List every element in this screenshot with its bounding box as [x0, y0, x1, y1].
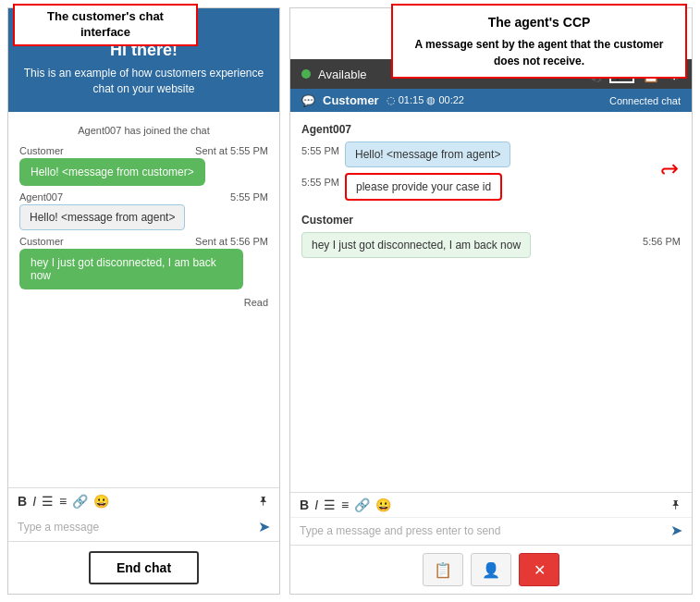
connected-label: Connected chat: [609, 95, 681, 106]
agent-message-bubble: Hello! <message from agent>: [345, 141, 510, 167]
customer-header-subtitle: This is an example of how customers expe…: [23, 66, 264, 97]
contact-name: Customer: [323, 93, 379, 107]
list-item: Customer Sent at 5:55 PM Hello! <message…: [19, 145, 268, 186]
agent-section-header: Agent007: [301, 123, 681, 136]
attachment-icon[interactable]: 🖈: [257, 494, 270, 509]
annotation-arrow: ↩: [660, 156, 679, 182]
send-button[interactable]: ➤: [258, 518, 270, 535]
contact-info-button[interactable]: 👤: [471, 553, 511, 586]
italic-icon[interactable]: I: [314, 498, 318, 512]
customer-panel-label: The customer's chat interface: [13, 4, 198, 46]
send-button[interactable]: ➤: [670, 522, 682, 539]
contact-icon: 💬: [301, 94, 315, 107]
agent-label-title: The agent's CCP: [406, 13, 672, 32]
list-item: Customer Sent at 5:56 PM hey I just got …: [19, 236, 268, 289]
link-icon[interactable]: 🔗: [354, 498, 370, 512]
end-chat-button[interactable]: End chat: [89, 551, 199, 584]
attachment-icon[interactable]: 🖈: [669, 498, 682, 512]
customer-message-bubble: hey I just got disconnected, I am back n…: [301, 232, 531, 258]
bold-icon[interactable]: B: [18, 494, 27, 509]
end-contact-button[interactable]: ✕: [519, 553, 559, 586]
list-item: Agent007 5:55 PM Hello! <message from ag…: [19, 191, 268, 230]
link-icon[interactable]: 🔗: [72, 494, 88, 509]
sender-name: Customer: [19, 145, 64, 156]
ordered-list-icon[interactable]: ☰: [324, 498, 336, 512]
read-label: Read: [19, 297, 268, 308]
sender-name: Agent007: [19, 191, 63, 203]
unordered-list-icon[interactable]: ≡: [341, 498, 349, 512]
customer-section-header: Customer: [301, 214, 681, 227]
contact-timer: ◌ 01:15 ◍ 00:22: [387, 94, 464, 106]
list-item: 5:55 PM please provide your case id ↩: [301, 173, 681, 201]
message-time: 5:56 PM: [643, 236, 681, 247]
agent-panel-label: The agent's CCP A message sent by the ag…: [391, 4, 687, 79]
sender-name: Customer: [19, 236, 64, 247]
message-bubble-customer: Hello! <message from customer>: [19, 158, 205, 186]
message-meta: Agent007 5:55 PM: [19, 191, 268, 203]
main-container: The customer's chat interface Hi there! …: [0, 0, 700, 602]
bold-icon[interactable]: B: [300, 498, 309, 512]
agent-ccp-panel: The agent's CCP A message sent by the ag…: [289, 7, 693, 595]
customer-chat-input-row: Type a message ➤: [8, 514, 279, 541]
italic-icon[interactable]: I: [32, 494, 36, 509]
ccp-contact-bar: 💬 Customer ◌ 01:15 ◍ 00:22 Connected cha…: [290, 89, 692, 112]
sent-time: Sent at 5:56 PM: [195, 236, 268, 247]
message-meta: Customer Sent at 5:56 PM: [19, 236, 268, 247]
emoji-icon[interactable]: 😀: [375, 498, 391, 512]
message-meta: Customer Sent at 5:55 PM: [19, 145, 268, 156]
system-message: Agent007 has joined the chat: [19, 125, 268, 136]
agent-chat-input-placeholder[interactable]: Type a message and press enter to send: [300, 524, 665, 537]
agent-chat-input-row: Type a message and press enter to send ➤: [290, 517, 692, 545]
list-item: 5:55 PM Hello! <message from agent>: [301, 141, 681, 167]
sent-time: Sent at 5:55 PM: [195, 145, 268, 156]
ordered-list-icon[interactable]: ☰: [42, 494, 54, 509]
end-chat-area: End chat: [8, 541, 279, 594]
message-time: 5:55 PM: [301, 145, 339, 156]
customer-chat-toolbar: B I ☰ ≡ 🔗 😀 🖈: [8, 487, 279, 514]
ccp-action-bar: 📋 👤 ✕: [290, 545, 692, 594]
list-item: hey I just got disconnected, I am back n…: [301, 232, 681, 258]
emoji-icon[interactable]: 😀: [93, 494, 109, 509]
unordered-list-icon[interactable]: ≡: [59, 494, 67, 509]
agent-chat-area: Agent007 5:55 PM Hello! <message from ag…: [290, 112, 692, 492]
message-time: 5:55 PM: [301, 177, 339, 188]
message-bubble-agent: Hello! <message from agent>: [19, 204, 185, 230]
agent-chat-toolbar: B I ☰ ≡ 🔗 😀 🖈: [290, 492, 692, 517]
sent-time: 5:55 PM: [230, 191, 268, 203]
agent-message-bubble-highlighted: please provide your case id: [345, 173, 502, 201]
status-dot: [301, 69, 311, 79]
customer-chat-area: Agent007 has joined the chat Customer Se…: [8, 112, 279, 487]
agent-label-subtitle: A message sent by the agent that the cus…: [406, 36, 672, 69]
customer-chat-input-placeholder[interactable]: Type a message: [18, 521, 252, 534]
quick-replies-button[interactable]: 📋: [423, 553, 463, 586]
message-bubble-customer: hey I just got disconnected, I am back n…: [19, 249, 243, 289]
customer-chat-panel: The customer's chat interface Hi there! …: [7, 7, 280, 595]
